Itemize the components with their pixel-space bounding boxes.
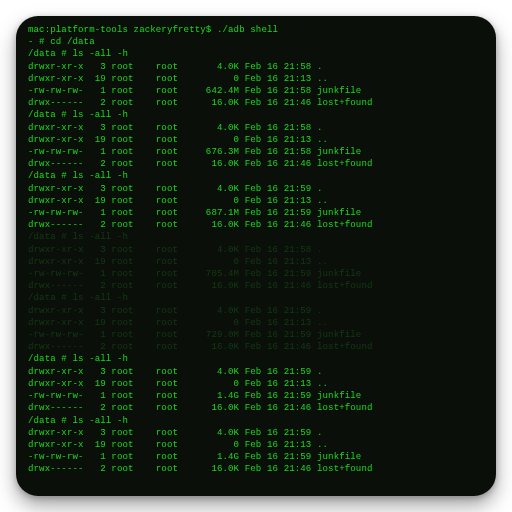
terminal-line: /data # ls -all -h bbox=[28, 231, 484, 243]
terminal-line: drwxr-xr-x 3 root root 4.0K Feb 16 21:59… bbox=[28, 366, 484, 378]
terminal-line: drwxr-xr-x 3 root root 4.0K Feb 16 21:58… bbox=[28, 244, 484, 256]
terminal-line: drwxr-xr-x 19 root root 0 Feb 16 21:13 .… bbox=[28, 317, 484, 329]
terminal-line: /data # ls -all -h bbox=[28, 415, 484, 427]
terminal-line: mac:platform-tools zackeryfretty$ ./adb … bbox=[28, 24, 484, 36]
terminal-line: drwx------ 2 root root 16.0K Feb 16 21:4… bbox=[28, 341, 484, 353]
terminal-line: drwx------ 2 root root 16.0K Feb 16 21:4… bbox=[28, 463, 484, 475]
terminal-line: drwxr-xr-x 19 root root 0 Feb 16 21:13 .… bbox=[28, 73, 484, 85]
terminal-line: -rw-rw-rw- 1 root root 1.4G Feb 16 21:59… bbox=[28, 451, 484, 463]
terminal-line: /data # ls -all -h bbox=[28, 353, 484, 365]
terminal-line: -rw-rw-rw- 1 root root 676.3M Feb 16 21:… bbox=[28, 146, 484, 158]
terminal-line: drwxr-xr-x 19 root root 0 Feb 16 21:13 .… bbox=[28, 256, 484, 268]
terminal-line: drwx------ 2 root root 16.0K Feb 16 21:4… bbox=[28, 402, 484, 414]
terminal-line: drwxr-xr-x 3 root root 4.0K Feb 16 21:58… bbox=[28, 61, 484, 73]
terminal-line: /data # ls -all -h bbox=[28, 109, 484, 121]
terminal-line: drwx------ 2 root root 16.0K Feb 16 21:4… bbox=[28, 97, 484, 109]
terminal-line: /data # ls -all -h bbox=[28, 292, 484, 304]
terminal-line: drwxr-xr-x 3 root root 4.0K Feb 16 21:59… bbox=[28, 183, 484, 195]
terminal-line: /data # ls -all -h bbox=[28, 48, 484, 60]
terminal-line: drwxr-xr-x 19 root root 0 Feb 16 21:13 .… bbox=[28, 378, 484, 390]
terminal-line: -rw-rw-rw- 1 root root 1.4G Feb 16 21:59… bbox=[28, 390, 484, 402]
terminal-line: drwx------ 2 root root 16.0K Feb 16 21:4… bbox=[28, 158, 484, 170]
terminal-line: -rw-rw-rw- 1 root root 729.0M Feb 16 21:… bbox=[28, 329, 484, 341]
terminal-line: - # cd /data bbox=[28, 36, 484, 48]
terminal-line: drwxr-xr-x 19 root root 0 Feb 16 21:13 .… bbox=[28, 134, 484, 146]
terminal-line: drwx------ 2 root root 16.0K Feb 16 21:4… bbox=[28, 219, 484, 231]
terminal-line: drwxr-xr-x 3 root root 4.0K Feb 16 21:59… bbox=[28, 427, 484, 439]
terminal-line: -rw-rw-rw- 1 root root 705.4M Feb 16 21:… bbox=[28, 268, 484, 280]
terminal-output[interactable]: mac:platform-tools zackeryfretty$ ./adb … bbox=[28, 24, 484, 476]
terminal-line: drwxr-xr-x 3 root root 4.0K Feb 16 21:58… bbox=[28, 122, 484, 134]
terminal-card[interactable]: mac:platform-tools zackeryfretty$ ./adb … bbox=[16, 16, 496, 496]
terminal-line: drwxr-xr-x 19 root root 0 Feb 16 21:13 .… bbox=[28, 195, 484, 207]
terminal-line: -rw-rw-rw- 1 root root 687.1M Feb 16 21:… bbox=[28, 207, 484, 219]
terminal-line: /data # ls -all -h bbox=[28, 170, 484, 182]
terminal-line: -rw-rw-rw- 1 root root 642.4M Feb 16 21:… bbox=[28, 85, 484, 97]
terminal-line: drwx------ 2 root root 16.0K Feb 16 21:4… bbox=[28, 280, 484, 292]
terminal-line: drwxr-xr-x 19 root root 0 Feb 16 21:13 .… bbox=[28, 439, 484, 451]
terminal-line: drwxr-xr-x 3 root root 4.0K Feb 16 21:59… bbox=[28, 305, 484, 317]
